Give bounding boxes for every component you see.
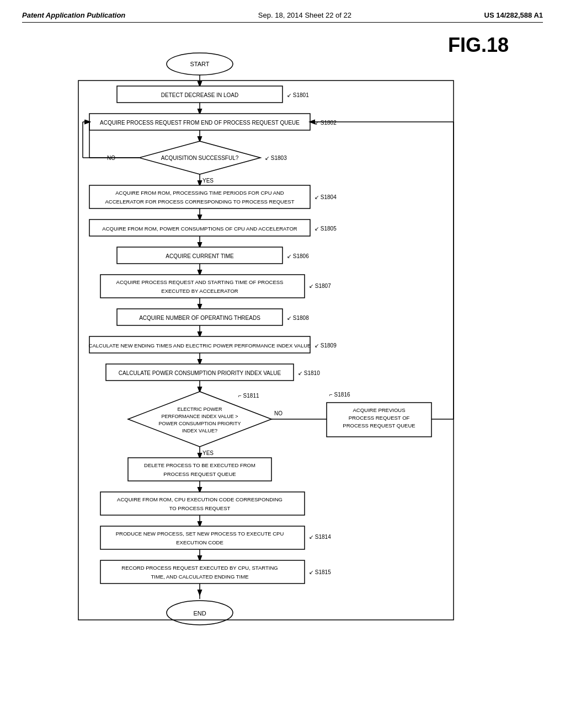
svg-rect-63 bbox=[128, 458, 271, 481]
svg-rect-22 bbox=[89, 185, 310, 208]
svg-text:ACQUIRE FROM ROM, PROCESSING T: ACQUIRE FROM ROM, PROCESSING TIME PERIOD… bbox=[115, 190, 284, 196]
svg-text:↙ S1814: ↙ S1814 bbox=[309, 534, 331, 540]
svg-text:PROCESS REQUEST QUEUE: PROCESS REQUEST QUEUE bbox=[163, 471, 236, 477]
svg-text:ACQUISITION SUCCESSFUL?: ACQUISITION SUCCESSFUL? bbox=[161, 155, 239, 161]
svg-text:INDEX VALUE?: INDEX VALUE? bbox=[182, 428, 217, 433]
header-left: Patent Application Publication bbox=[22, 11, 125, 19]
svg-text:ACQUIRE PROCESS REQUEST AND ST: ACQUIRE PROCESS REQUEST AND STARTING TIM… bbox=[116, 279, 284, 285]
svg-text:PROCESS REQUEST QUEUE: PROCESS REQUEST QUEUE bbox=[343, 422, 415, 429]
svg-text:↙ S1809: ↙ S1809 bbox=[315, 342, 337, 349]
header-right: US 14/282,588 A1 bbox=[484, 11, 543, 19]
svg-text:CALCULATE NEW ENDING TIMES AND: CALCULATE NEW ENDING TIMES AND ELECTRIC … bbox=[89, 342, 311, 349]
header-center: Sep. 18, 2014 Sheet 22 of 22 bbox=[258, 11, 351, 19]
svg-text:ACQUIRE NUMBER OF OPERATING TH: ACQUIRE NUMBER OF OPERATING THREADS bbox=[139, 315, 260, 321]
svg-text:START: START bbox=[190, 61, 209, 67]
svg-text:PROCESS REQUEST OF: PROCESS REQUEST OF bbox=[349, 415, 410, 421]
svg-rect-35 bbox=[100, 275, 305, 298]
svg-text:ACQUIRE CURRENT TIME: ACQUIRE CURRENT TIME bbox=[166, 253, 234, 259]
svg-text:YES: YES bbox=[202, 450, 214, 456]
svg-text:RECORD PROCESS REQUEST EXECUTE: RECORD PROCESS REQUEST EXECUTED BY CPU, … bbox=[121, 565, 278, 571]
svg-text:↙ S1806: ↙ S1806 bbox=[287, 253, 309, 259]
svg-text:↙ S1803: ↙ S1803 bbox=[265, 155, 287, 161]
svg-text:↙ S1810: ↙ S1810 bbox=[298, 370, 320, 376]
svg-text:EXECUTION CODE: EXECUTION CODE bbox=[176, 539, 223, 545]
svg-text:TO PROCESS REQUEST: TO PROCESS REQUEST bbox=[169, 505, 231, 511]
svg-text:ACQUIRE PROCESS REQUEST FROM E: ACQUIRE PROCESS REQUEST FROM END OF PROC… bbox=[100, 120, 300, 126]
svg-text:DELETE PROCESS TO BE EXECUTED : DELETE PROCESS TO BE EXECUTED FROM bbox=[144, 462, 255, 468]
svg-rect-85 bbox=[100, 560, 305, 584]
svg-text:↙ S1815: ↙ S1815 bbox=[309, 569, 331, 575]
svg-text:END: END bbox=[193, 610, 206, 617]
svg-text:↙ S1802: ↙ S1802 bbox=[315, 120, 337, 126]
svg-text:EXECUTED BY ACCELERATOR: EXECUTED BY ACCELERATOR bbox=[161, 288, 238, 294]
svg-text:↙ S1807: ↙ S1807 bbox=[309, 283, 331, 289]
svg-text:YES: YES bbox=[202, 178, 214, 184]
svg-text:CALCULATE POWER CONSUMPTION PR: CALCULATE POWER CONSUMPTION PRIORITY IND… bbox=[119, 370, 281, 376]
svg-text:ACQUIRE PREVIOUS: ACQUIRE PREVIOUS bbox=[353, 407, 405, 413]
svg-text:NO: NO bbox=[274, 410, 282, 416]
svg-text:TIME, AND CALCULATED ENDING TI: TIME, AND CALCULATED ENDING TIME bbox=[151, 574, 248, 580]
svg-text:⌐ S1811: ⌐ S1811 bbox=[238, 393, 259, 399]
svg-text:PERFORMANCE INDEX VALUE >: PERFORMANCE INDEX VALUE > bbox=[161, 414, 238, 419]
svg-text:⌐ S1816: ⌐ S1816 bbox=[329, 392, 350, 398]
svg-text:↙ S1808: ↙ S1808 bbox=[287, 315, 309, 321]
svg-text:PRODUCE NEW PROCESS, SET NEW P: PRODUCE NEW PROCESS, SET NEW PROCESS TO … bbox=[116, 531, 284, 537]
diagram-area: FIG.18 START DETECT DECREASE IN LOAD ↙ S… bbox=[56, 34, 509, 706]
svg-text:↙ S1805: ↙ S1805 bbox=[315, 226, 337, 232]
svg-text:↙ S1804: ↙ S1804 bbox=[315, 194, 337, 200]
svg-text:↙ S1801: ↙ S1801 bbox=[287, 92, 309, 98]
svg-text:ELECTRIC POWER: ELECTRIC POWER bbox=[177, 406, 222, 412]
flowchart-svg: START DETECT DECREASE IN LOAD ↙ S1801 AC… bbox=[56, 34, 509, 706]
header: Patent Application Publication Sep. 18, … bbox=[22, 11, 543, 23]
svg-text:POWER CONSUMPTION PRIORITY: POWER CONSUMPTION PRIORITY bbox=[158, 421, 241, 426]
svg-text:ACQUIRE FROM ROM, CPU EXECUTIO: ACQUIRE FROM ROM, CPU EXECUTION CODE COR… bbox=[117, 496, 282, 502]
svg-text:DETECT DECREASE IN LOAD: DETECT DECREASE IN LOAD bbox=[161, 92, 238, 98]
svg-text:ACQUIRE FROM ROM, POWER CONSUM: ACQUIRE FROM ROM, POWER CONSUMPTIONS OF … bbox=[102, 226, 297, 232]
svg-rect-76 bbox=[100, 492, 305, 515]
page: Patent Application Publication Sep. 18, … bbox=[0, 0, 565, 728]
svg-marker-52 bbox=[128, 392, 271, 447]
svg-rect-80 bbox=[100, 526, 305, 549]
fig-label: FIG.18 bbox=[448, 34, 509, 57]
svg-text:ACCELERATOR FOR PROCESS CORRES: ACCELERATOR FOR PROCESS CORRESPONDING TO… bbox=[105, 199, 295, 205]
